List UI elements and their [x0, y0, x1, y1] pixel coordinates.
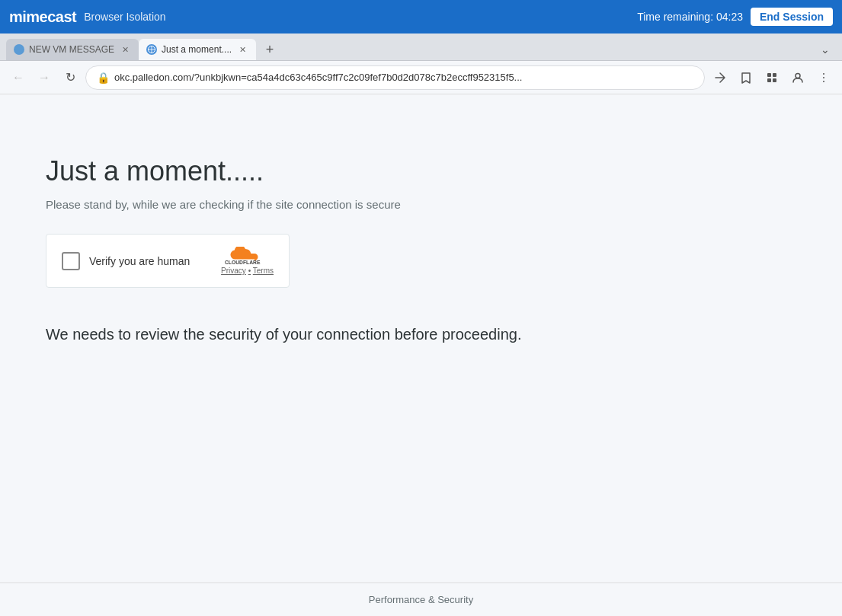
lock-icon: 🔒 [97, 72, 110, 84]
tab-new-vm-message[interactable]: NEW VM MESSAGE ✕ [6, 39, 139, 60]
tab-close-moment[interactable]: ✕ [236, 43, 248, 56]
new-tab-button[interactable]: + [259, 39, 280, 60]
svg-text:CLOUDFLARE: CLOUDFLARE [225, 260, 261, 265]
tab-expand-button[interactable]: ⌄ [815, 39, 836, 60]
captcha-box[interactable]: Verify you are human CLOUDFLARE Privacy … [46, 234, 290, 288]
browser-isolation-label: Browser Isolation [84, 11, 165, 23]
captcha-label: Verify you are human [89, 255, 212, 267]
separator: • [248, 267, 251, 275]
mimecast-controls: Time remaining: 04:23 End Session [637, 8, 833, 26]
reload-button[interactable]: ↻ [59, 67, 81, 88]
extensions-button[interactable] [761, 67, 783, 88]
time-remaining: Time remaining: 04:23 [637, 11, 743, 23]
bookmark-button[interactable] [735, 67, 757, 88]
menu-button[interactable] [813, 67, 834, 88]
security-message: We needs to review the security of your … [46, 326, 796, 343]
svg-point-9 [823, 73, 824, 75]
tab-close-vm[interactable]: ✕ [119, 43, 131, 56]
tab-label-moment: Just a moment.... [162, 44, 232, 55]
tab-bar: NEW VM MESSAGE ✕ Just a moment.... ✕ + ⌄ [0, 34, 842, 61]
tab-icon-vm [14, 44, 24, 55]
address-bar[interactable]: 🔒 okc.palledon.com/?unkbjkwn=ca54a4dc63c… [85, 65, 705, 90]
page-body: Just a moment..... Please stand by, whil… [0, 94, 842, 582]
tab-just-a-moment[interactable]: Just a moment.... ✕ [139, 39, 256, 60]
svg-rect-5 [773, 73, 776, 77]
captcha-checkbox[interactable] [62, 252, 80, 270]
mimecast-logo: mimecast [9, 8, 76, 26]
page-title: Just a moment..... [46, 155, 796, 187]
share-button[interactable] [709, 67, 731, 88]
back-button[interactable]: ← [8, 67, 29, 88]
forward-button[interactable]: → [34, 67, 55, 88]
cloudflare-logo: CLOUDFLARE Privacy • Terms [221, 247, 274, 275]
terms-link[interactable]: Terms [253, 267, 274, 275]
svg-rect-6 [767, 78, 771, 82]
tab-icon-globe [146, 44, 157, 55]
svg-rect-7 [773, 78, 776, 82]
url-text: okc.palledon.com/?unkbjkwn=ca54a4dc63c46… [114, 72, 693, 83]
footer: Performance & Security [0, 582, 842, 616]
end-session-button[interactable]: End Session [751, 8, 833, 26]
footer-text: Performance & Security [369, 594, 473, 605]
svg-point-8 [796, 73, 800, 78]
cloudflare-cloud-icon: CLOUDFLARE [225, 247, 271, 265]
mimecast-top-bar: mimecast Browser Isolation Time remainin… [0, 0, 842, 34]
page-subtitle: Please stand by, while we are checking i… [46, 198, 796, 211]
privacy-link[interactable]: Privacy [221, 267, 246, 275]
svg-point-10 [823, 77, 824, 78]
main-content: Just a moment..... Please stand by, whil… [0, 94, 842, 616]
svg-point-0 [15, 46, 23, 53]
cloudflare-privacy-terms: Privacy • Terms [221, 267, 274, 275]
nav-bar: ← → ↻ 🔒 okc.palledon.com/?unkbjkwn=ca54a… [0, 61, 842, 94]
mimecast-branding: mimecast Browser Isolation [9, 8, 166, 26]
tab-label-vm: NEW VM MESSAGE [29, 44, 114, 55]
profile-button[interactable] [787, 67, 808, 88]
svg-rect-4 [767, 73, 771, 77]
svg-point-11 [823, 81, 824, 82]
